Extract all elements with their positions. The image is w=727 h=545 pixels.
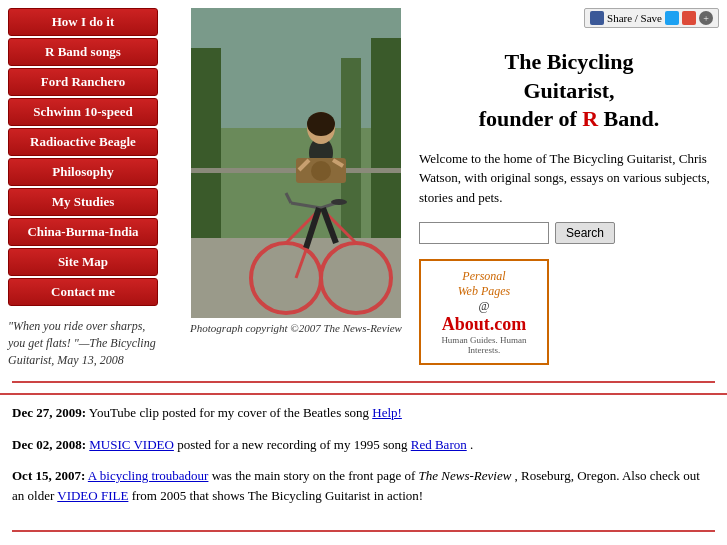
nav-radioactive-beagle[interactable]: Radioactive Beagle bbox=[8, 128, 158, 156]
nav-contact[interactable]: Contact me bbox=[8, 278, 158, 306]
page-wrapper: How I do it R Band songs Ford Ranchero S… bbox=[0, 0, 727, 545]
share-save-button[interactable]: Share / Save + bbox=[584, 8, 719, 28]
search-button[interactable]: Search bbox=[555, 222, 615, 244]
news-item-2: Dec 02, 2008: MUSIC VIDEO posted for a n… bbox=[12, 435, 715, 455]
title-r: R bbox=[582, 106, 598, 131]
main-layout: How I do it R Band songs Ford Ranchero S… bbox=[0, 0, 727, 376]
share-icon-add: + bbox=[699, 11, 713, 25]
news-item-3: Oct 15, 2007: A bicycling troubadour was… bbox=[12, 466, 715, 505]
svg-point-20 bbox=[311, 161, 331, 181]
news-link-help[interactable]: Help! bbox=[372, 405, 402, 420]
sidebar: How I do it R Band songs Ford Ranchero S… bbox=[8, 8, 178, 368]
about-tagline: Human Guides. Human Interests. bbox=[429, 335, 539, 355]
title-line3: founder of bbox=[479, 106, 583, 131]
news-link-troubadour[interactable]: A bicycling troubadour bbox=[88, 468, 209, 483]
search-input[interactable] bbox=[419, 222, 549, 244]
site-title: The Bicycling Guitarist, founder of R Ba… bbox=[419, 48, 719, 134]
news-date-3: Oct 15, 2007: bbox=[12, 468, 85, 483]
nav-my-studies[interactable]: My Studies bbox=[8, 188, 158, 216]
about-personal: Personal bbox=[429, 269, 539, 284]
news-text-2b: posted for a new recording of my 1995 so… bbox=[177, 437, 411, 452]
news-section: Dec 27, 2009: YouTube clip posted for my… bbox=[0, 393, 727, 525]
photo-box bbox=[191, 8, 401, 318]
nav-schwinn[interactable]: Schwinn 10-speed bbox=[8, 98, 158, 126]
about-logo: About.com bbox=[429, 314, 539, 335]
svg-rect-1 bbox=[191, 8, 401, 128]
share-bar: Share / Save + bbox=[419, 8, 719, 28]
search-area: Search bbox=[419, 222, 719, 244]
content-area: Share / Save + The Bicycling Guitarist, … bbox=[414, 8, 719, 368]
photo-caption: Photograph copyright ©2007 The News-Revi… bbox=[190, 322, 402, 334]
nav-how-i-do-it[interactable]: How I do it bbox=[8, 8, 158, 36]
news-date-2: Dec 02, 2008: bbox=[12, 437, 86, 452]
news-link-red-baron[interactable]: Red Baron bbox=[411, 437, 467, 452]
title-line1: The Bicycling bbox=[505, 49, 634, 74]
photo-area: Photograph copyright ©2007 The News-Revi… bbox=[186, 8, 406, 368]
title-line2: Guitarist, bbox=[523, 78, 614, 103]
about-web-pages: Web Pages bbox=[429, 284, 539, 299]
nav-r-band-songs[interactable]: R Band songs bbox=[8, 38, 158, 66]
nav-philosophy[interactable]: Philosophy bbox=[8, 158, 158, 186]
news-text-1: YouTube clip posted for my cover of the … bbox=[89, 405, 372, 420]
news-item-1: Dec 27, 2009: YouTube clip posted for my… bbox=[12, 403, 715, 423]
svg-point-18 bbox=[307, 112, 335, 136]
bottom-divider bbox=[12, 530, 715, 532]
about-ad[interactable]: Personal Web Pages @ About.com Human Gui… bbox=[419, 259, 549, 365]
nav-site-map[interactable]: Site Map bbox=[8, 248, 158, 276]
svg-rect-3 bbox=[371, 38, 401, 258]
share-icon-g bbox=[682, 11, 696, 25]
news-date-1: Dec 27, 2009: bbox=[12, 405, 86, 420]
sidebar-quote: "When you ride over sharps, you get flat… bbox=[8, 318, 163, 368]
news-text-2c: . bbox=[470, 437, 473, 452]
news-link-video-file[interactable]: VIDEO FILE bbox=[57, 488, 128, 503]
share-icon-fb bbox=[590, 11, 604, 25]
about-at: @ bbox=[429, 299, 539, 314]
news-text-3d: from 2005 that shows The Bicycling Guita… bbox=[132, 488, 424, 503]
guitarist-photo bbox=[191, 8, 401, 318]
top-divider bbox=[12, 381, 715, 383]
svg-rect-4 bbox=[341, 58, 361, 238]
share-icon-t bbox=[665, 11, 679, 25]
title-end: Band. bbox=[598, 106, 659, 131]
welcome-text: Welcome to the home of The Bicycling Gui… bbox=[419, 149, 719, 208]
share-label: Share / Save bbox=[607, 12, 662, 24]
nav-ford-ranchero[interactable]: Ford Ranchero bbox=[8, 68, 158, 96]
svg-rect-2 bbox=[191, 48, 221, 248]
news-italic-paper: The News-Review bbox=[419, 468, 512, 483]
svg-point-15 bbox=[331, 199, 347, 205]
nav-china-burma[interactable]: China-Burma-India bbox=[8, 218, 158, 246]
news-text-3b: was the main story on the front page of bbox=[212, 468, 419, 483]
news-link-music-video[interactable]: MUSIC VIDEO bbox=[89, 437, 174, 452]
